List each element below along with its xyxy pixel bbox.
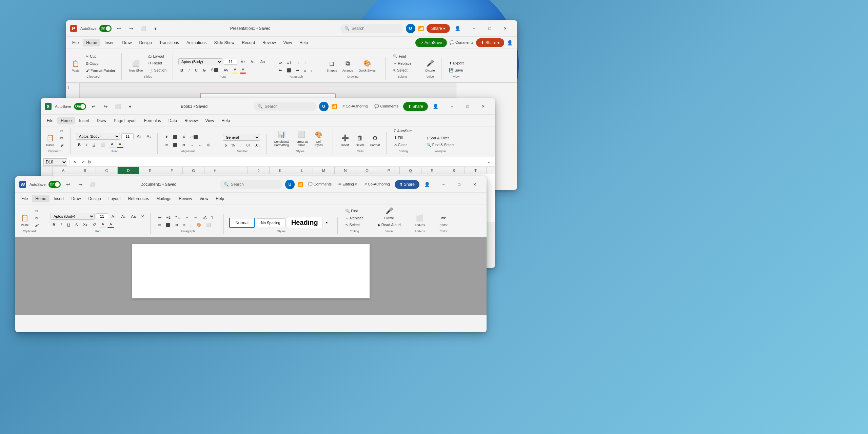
powerpoint-alignright-btn[interactable]: ➡ (294, 67, 301, 74)
excel-col-D[interactable]: D (118, 167, 139, 174)
word-qat-btn[interactable]: ⬜ (88, 180, 97, 189)
powerpoint-newslide-btn[interactable]: ⬜ New Slide (127, 57, 145, 74)
word-fontcolor-btn[interactable]: A (107, 221, 114, 228)
excel-decrease-font-btn[interactable]: A↓ (145, 133, 153, 139)
excel-increase-decimal-btn[interactable]: .0↑ (243, 142, 253, 148)
powerpoint-menu-view[interactable]: View (280, 39, 295, 46)
powerpoint-undo-btn[interactable]: ↩ (114, 24, 124, 33)
excel-insert-cells-btn[interactable]: ➕ Insert (338, 132, 352, 148)
excel-align-left-btn[interactable]: ⬅ (163, 142, 170, 148)
excel-col-M[interactable]: M (313, 167, 335, 174)
word-menu-view[interactable]: View (196, 195, 212, 202)
word-underline-btn[interactable]: U (65, 222, 72, 228)
word-menu-references[interactable]: References (125, 195, 152, 202)
word-menu-home[interactable]: Home (32, 195, 50, 202)
powerpoint-copy-btn[interactable]: ⧉ Copy (84, 60, 117, 67)
excel-fill-btn[interactable]: ⬇ Fill (392, 135, 415, 141)
excel-col-I[interactable]: I (226, 167, 248, 174)
word-shading-btn[interactable]: 🎨 (195, 222, 203, 228)
word-comments-btn[interactable]: 💬 Comments (306, 181, 334, 188)
powerpoint-layout-btn[interactable]: 🗂 Layout (146, 53, 169, 59)
powerpoint-select-btn[interactable]: ↖ Select (391, 67, 413, 74)
powerpoint-share-menu-btn[interactable]: ⬆ Share ▾ (476, 38, 504, 47)
word-replace-btn[interactable]: ↔ Replace (343, 215, 366, 221)
word-linespace-btn[interactable]: ↕ (188, 222, 194, 228)
powerpoint-replace-btn[interactable]: ↔ Replace (391, 60, 413, 66)
powerpoint-quickaccess-btn[interactable]: ⬜ (139, 24, 148, 33)
powerpoint-increase-font-btn[interactable]: A↑ (239, 59, 247, 65)
word-justify-btn[interactable]: ≡ (181, 222, 187, 228)
excel-col-E[interactable]: E (139, 167, 161, 174)
word-dictate-btn[interactable]: 🎤 Dictate (376, 205, 403, 221)
word-undo-btn[interactable]: ↩ (63, 180, 73, 189)
powerpoint-menu-slideshow[interactable]: Slide Show (211, 39, 238, 46)
excel-decrease-decimal-btn[interactable]: .0↓ (253, 142, 262, 148)
word-presenter-btn[interactable]: 👤 (422, 180, 432, 189)
powerpoint-fontsize-input[interactable] (224, 59, 237, 65)
powerpoint-menu-transitions[interactable]: Transitions (156, 39, 182, 46)
powerpoint-menu-draw[interactable]: Draw (119, 39, 135, 46)
excel-top-align-btn[interactable]: ⬆ (163, 134, 170, 140)
word-strikethrough-btn[interactable]: S (73, 222, 80, 228)
excel-indent-btn[interactable]: → (188, 142, 196, 148)
powerpoint-menu-help[interactable]: Help (296, 39, 311, 46)
word-coauthor-btn[interactable]: ↗ Co-Authoring (362, 181, 392, 188)
excel-middle-align-btn[interactable]: ⬛ (171, 134, 180, 140)
excel-corner-cell[interactable] (41, 167, 53, 174)
excel-maximize-btn[interactable]: □ (460, 101, 475, 112)
powerpoint-numbering-btn[interactable]: ≡1 (285, 60, 294, 66)
word-align-right-btn[interactable]: ➡ (173, 222, 180, 228)
excel-col-G[interactable]: G (183, 167, 204, 174)
excel-share-btn[interactable]: ⬆ Share (403, 102, 428, 111)
powerpoint-avatar[interactable]: U (406, 24, 415, 33)
word-addins-btn[interactable]: ⬜ Add-ins (413, 212, 427, 228)
excel-menu-review[interactable]: Review (181, 117, 201, 124)
word-menu-review[interactable]: Review (175, 195, 195, 202)
powerpoint-find-btn[interactable]: 🔍 Find (391, 53, 413, 60)
excel-increase-font-btn[interactable]: A↑ (135, 133, 143, 139)
powerpoint-menu-insert[interactable]: Insert (101, 39, 118, 46)
word-minimize-btn[interactable]: − (436, 179, 451, 190)
excel-col-N[interactable]: N (335, 167, 356, 174)
word-bullets-btn[interactable]: ≡• (156, 214, 163, 220)
word-share-btn[interactable]: ⬆ Share (395, 180, 419, 189)
powerpoint-charspace-btn[interactable]: AV (222, 67, 231, 73)
powerpoint-menu-record[interactable]: Record (238, 39, 258, 46)
excel-fontcolor-btn[interactable]: A (117, 141, 123, 148)
powerpoint-dictate-btn[interactable]: 🎤 Dictate (423, 57, 437, 74)
excel-align-right-btn[interactable]: ➡ (180, 142, 188, 148)
powerpoint-highlight-btn[interactable]: A (232, 66, 238, 74)
word-close-btn[interactable]: ✕ (467, 179, 482, 190)
excel-menu-help[interactable]: Help (218, 117, 233, 124)
powerpoint-comments-btn[interactable]: 💬 Comments (448, 39, 475, 46)
word-menu-insert[interactable]: Insert (50, 195, 67, 202)
excel-copy-btn[interactable]: ⧉ (58, 135, 66, 141)
powerpoint-menu-presenter-btn[interactable]: 👤 (505, 38, 514, 47)
excel-autosave-toggle[interactable]: On (74, 103, 86, 110)
excel-menu-data[interactable]: Data (165, 117, 180, 124)
excel-menu-pagelayout[interactable]: Page Layout (110, 117, 140, 124)
powerpoint-aligncenter-btn[interactable]: ⬛ (284, 67, 293, 74)
powerpoint-alignleft-btn[interactable]: ⬅ (277, 67, 284, 74)
excel-col-P[interactable]: P (378, 167, 400, 174)
excel-underline-btn[interactable]: U (91, 142, 97, 148)
word-editing-mode-btn[interactable]: ✏ Editing ▾ (336, 181, 359, 188)
excel-paste-btn[interactable]: 📋 Paste (43, 132, 57, 148)
powerpoint-indent-less-btn[interactable]: ← (302, 60, 310, 66)
excel-cancel-formula-btn[interactable]: ✕ (71, 159, 78, 165)
excel-col-Q[interactable]: Q (400, 167, 421, 174)
excel-qat-btn[interactable]: ⬜ (113, 102, 123, 111)
excel-col-F[interactable]: F (161, 167, 183, 174)
powerpoint-menu-home[interactable]: Home (83, 39, 100, 46)
excel-cut-btn[interactable]: ✂ (58, 128, 66, 134)
excel-confirm-formula-btn[interactable]: ✓ (80, 159, 87, 165)
powerpoint-font-select[interactable]: Aptos (Body) (178, 58, 222, 65)
powerpoint-qat-more-btn[interactable]: ▾ (151, 24, 160, 33)
excel-menu-insert[interactable]: Insert (76, 117, 93, 124)
word-cut-btn[interactable]: ✂ (33, 208, 41, 214)
word-bold-btn[interactable]: B (51, 222, 57, 228)
word-menu-layout[interactable]: Layout (105, 195, 124, 202)
word-change-case-btn[interactable]: Aa (129, 213, 138, 219)
excel-format-table-btn[interactable]: ⬜ Format asTable (293, 129, 311, 148)
excel-wrap-btn[interactable]: ↩⬛ (188, 134, 200, 140)
